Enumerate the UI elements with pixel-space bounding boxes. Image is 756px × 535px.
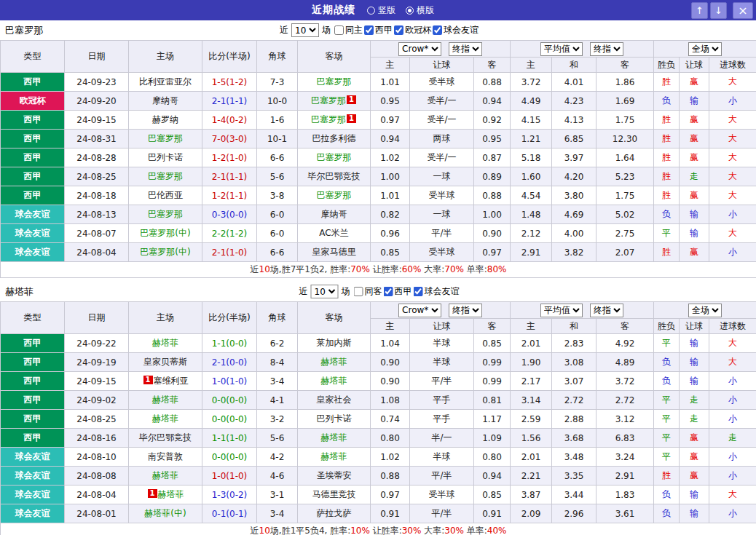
avg-away-cell: 2.91 bbox=[596, 467, 654, 486]
result-cell: 胜 bbox=[654, 243, 680, 262]
filter-checkbox[interactable]: 欧冠杯 bbox=[394, 24, 431, 36]
away-team-cell[interactable]: 圣埃蒂安 bbox=[298, 467, 371, 486]
away-team-cell[interactable]: 巴塞罗那 bbox=[298, 73, 371, 92]
avg-home-cell: 2.09 bbox=[511, 504, 552, 523]
away-team-cell[interactable]: 莱加内斯 bbox=[298, 334, 371, 353]
filter-checkbox[interactable]: 球会友谊 bbox=[414, 285, 460, 298]
scope-select[interactable]: 全场 bbox=[688, 42, 722, 56]
odds-time-select[interactable]: 终指 bbox=[449, 304, 482, 317]
sub-col-head: 胜负 bbox=[654, 319, 680, 334]
home-team-cell[interactable]: 毕尔巴鄂竞技 bbox=[129, 429, 202, 448]
odds-time-select[interactable]: 终指 bbox=[449, 42, 482, 56]
home-odds-cell: 0.97 bbox=[371, 486, 410, 504]
date-cell: 24-08-25 bbox=[65, 167, 129, 186]
away-team-cell[interactable]: 皇家社会 bbox=[298, 391, 371, 410]
home-team-cell[interactable]: 摩纳哥 bbox=[129, 92, 202, 111]
away-team-cell[interactable]: 皇家马德里 bbox=[298, 243, 371, 262]
away-team-cell[interactable]: 赫塔菲 bbox=[298, 448, 371, 467]
avg-time-select[interactable]: 终指 bbox=[590, 42, 623, 56]
date-cell: 24-08-28 bbox=[65, 148, 129, 167]
goals-cell: 小 bbox=[709, 504, 756, 523]
avg-draw-cell: 3.44 bbox=[552, 486, 596, 504]
recent-count-select[interactable]: 10 bbox=[291, 23, 319, 37]
home-odds-cell: 0.96 bbox=[371, 224, 410, 243]
odds-company-select[interactable]: Crow* bbox=[398, 304, 441, 317]
checkbox-input[interactable] bbox=[364, 25, 374, 35]
away-team-cell[interactable]: 巴塞罗那 bbox=[298, 148, 371, 167]
home-team-cell[interactable]: 1塞维利亚 bbox=[129, 372, 202, 391]
layout-option-horizontal[interactable]: 横版 bbox=[406, 4, 434, 17]
recent-count-select[interactable]: 10 bbox=[311, 285, 339, 298]
home-team-cell[interactable]: 巴塞罗那 bbox=[129, 130, 202, 148]
checkbox-input[interactable] bbox=[394, 25, 403, 35]
checkbox-input[interactable] bbox=[384, 287, 393, 296]
scroll-up-button[interactable]: ↑ bbox=[691, 2, 708, 19]
away-team-cell[interactable]: 摩纳哥 bbox=[298, 205, 371, 224]
away-odds-cell: 0.85 bbox=[474, 486, 511, 504]
home-team-cell[interactable]: 巴塞罗那(中) bbox=[129, 243, 202, 262]
avg-home-cell: 1.60 bbox=[511, 167, 552, 186]
checkbox-input[interactable] bbox=[414, 287, 423, 296]
away-team-cell[interactable]: 萨拉戈萨 bbox=[298, 504, 371, 523]
avg-away-cell: 1.64 bbox=[596, 148, 654, 167]
avg-home-cell: 2.17 bbox=[511, 372, 552, 391]
away-team-cell[interactable]: 毕尔巴鄂竞技 bbox=[298, 167, 371, 186]
results-table: 类型 日期 主场 比分(半场) 角球 客场 Crow* 终指 平均值 终指 全场… bbox=[0, 301, 756, 535]
home-team-cell[interactable]: 皇家贝蒂斯 bbox=[129, 353, 202, 372]
away-team-cell[interactable]: 赫塔菲 bbox=[298, 429, 371, 448]
away-team-cell[interactable]: 赫塔菲 bbox=[298, 372, 371, 391]
away-team-cell[interactable]: 赫塔菲 bbox=[298, 353, 371, 372]
score-cell: 1-0(1-0) bbox=[202, 372, 257, 391]
avg-dropdown-cell: 平均值 终指 bbox=[511, 302, 654, 319]
result-cell: 平 bbox=[654, 429, 680, 448]
scroll-down-button[interactable]: ↓ bbox=[710, 2, 727, 19]
goals-cell: 大 bbox=[709, 148, 756, 167]
filter-checkbox[interactable]: 同客 bbox=[354, 285, 382, 298]
avg-type-select[interactable]: 平均值 bbox=[540, 42, 583, 56]
corner-cell: 6-6 bbox=[257, 148, 298, 167]
home-team-cell[interactable]: 巴塞罗那 bbox=[129, 205, 202, 224]
layout-option-vertical[interactable]: 竖版 bbox=[367, 4, 395, 17]
home-team-cell[interactable]: 赫塔菲 bbox=[129, 391, 202, 410]
home-team-cell[interactable]: 赫罗纳 bbox=[129, 111, 202, 130]
home-team-cell[interactable]: 1赫塔菲 bbox=[129, 486, 202, 504]
home-team-cell[interactable]: 巴列卡诺 bbox=[129, 148, 202, 167]
away-team-cell[interactable]: 巴列卡诺 bbox=[298, 410, 371, 429]
close-button[interactable]: × bbox=[733, 2, 753, 19]
filter-checkbox[interactable]: 球会友谊 bbox=[433, 24, 479, 36]
match-row: 球会友谊24-08-01赫塔菲(中)0-1(0-1)3-4萨拉戈萨0.91平/半… bbox=[1, 504, 756, 523]
away-team-cell[interactable]: 巴塞罗那 bbox=[298, 186, 371, 205]
avg-time-select[interactable]: 终指 bbox=[590, 304, 623, 317]
result-cell: 平 bbox=[654, 448, 680, 467]
away-team-cell[interactable]: 巴塞罗那1 bbox=[298, 92, 371, 111]
away-team-cell[interactable]: 巴塞罗那1 bbox=[298, 111, 371, 130]
checkbox-input[interactable] bbox=[334, 25, 344, 35]
filter-checkbox[interactable]: 西甲 bbox=[364, 24, 393, 36]
league-cell: 西甲 bbox=[1, 148, 65, 167]
handicap-cell: 受半/一 bbox=[410, 92, 474, 111]
scope-select[interactable]: 全场 bbox=[688, 304, 722, 317]
home-team-cell[interactable]: 巴塞罗那(中) bbox=[129, 224, 202, 243]
checkbox-input[interactable] bbox=[433, 25, 442, 35]
home-team-cell[interactable]: 赫塔菲 bbox=[129, 410, 202, 429]
odds-company-select[interactable]: Crow* bbox=[398, 42, 441, 56]
date-cell: 24-09-23 bbox=[65, 73, 129, 92]
home-team-cell[interactable]: 比利亚雷亚尔 bbox=[129, 73, 202, 92]
home-team-cell[interactable]: 赫塔菲 bbox=[129, 467, 202, 486]
away-team-cell[interactable]: 马德里竞技 bbox=[298, 486, 371, 504]
filter-checkboxes: 同主西甲欧冠杯球会友谊 bbox=[333, 24, 479, 36]
away-team-cell[interactable]: 巴拉多利德 bbox=[298, 130, 371, 148]
checkbox-input[interactable] bbox=[354, 287, 363, 296]
filter-checkbox[interactable]: 同主 bbox=[334, 24, 363, 36]
home-team-cell[interactable]: 巴伦西亚 bbox=[129, 186, 202, 205]
away-team-cell[interactable]: AC米兰 bbox=[298, 224, 371, 243]
home-team-cell[interactable]: 巴塞罗那 bbox=[129, 167, 202, 186]
away-odds-cell: 0.94 bbox=[474, 467, 511, 486]
home-team-cell[interactable]: 赫塔菲 bbox=[129, 334, 202, 353]
home-team-cell[interactable]: 南安普敦 bbox=[129, 448, 202, 467]
avg-type-select[interactable]: 平均值 bbox=[540, 304, 583, 317]
home-team-cell[interactable]: 赫塔菲(中) bbox=[129, 504, 202, 523]
match-row: 西甲24-09-02赫塔菲0-0(0-0)4-1皇家社会1.08平手0.813.… bbox=[1, 391, 756, 410]
date-cell: 24-09-19 bbox=[65, 353, 129, 372]
filter-checkbox[interactable]: 西甲 bbox=[384, 285, 412, 298]
